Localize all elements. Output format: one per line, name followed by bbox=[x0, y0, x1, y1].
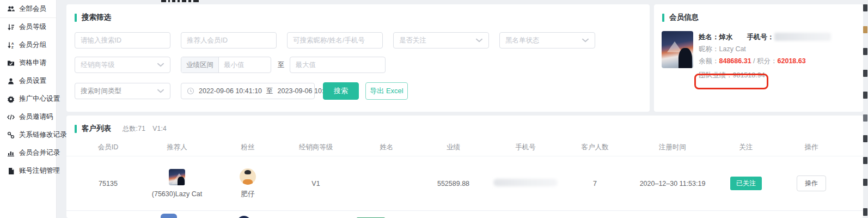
cell-customer-count: 7 bbox=[569, 180, 621, 187]
col-dealer-level: 经销商等级 bbox=[283, 143, 349, 152]
customer-list-card: 客户列表 总数:71 V1:4 会员ID 推荐人 粉丝 经销商等级 姓名 业绩 … bbox=[66, 116, 863, 218]
sidebar-item-account-cancellation[interactable]: 账号注销管理 bbox=[0, 162, 56, 180]
sidebar-item-label: 关系链修改记录 bbox=[19, 130, 67, 140]
sidebar-item-label: 账号注销管理 bbox=[19, 166, 60, 175]
member-balance: 848686.31 bbox=[719, 57, 751, 65]
sidebar-item-label: 会员设置 bbox=[19, 76, 46, 86]
cell-action: 操作 bbox=[768, 175, 855, 191]
code-icon bbox=[7, 113, 15, 121]
dealer-level-select[interactable]: 经销商等级 bbox=[75, 57, 170, 73]
link-icon bbox=[7, 131, 15, 139]
cell-performance: 552589.88 bbox=[425, 180, 482, 187]
chevron-down-icon bbox=[157, 61, 164, 69]
search-id-input[interactable] bbox=[75, 32, 170, 49]
member-info-card: 会员信息 姓名：焯水手机号： 昵称：Lazy Cat 余额：848686.31 … bbox=[654, 4, 863, 112]
sidebar-item-label: 全部会员 bbox=[19, 4, 46, 14]
referrer-id-input[interactable] bbox=[181, 32, 277, 49]
phone-blurred bbox=[493, 179, 558, 186]
sidebar-item-qualification[interactable]: 资格申请 bbox=[0, 54, 56, 72]
sidebar-item-invite-code[interactable]: 会员邀请码 bbox=[0, 108, 56, 126]
next-fan-avatar bbox=[237, 216, 251, 218]
customer-table: 会员ID 推荐人 粉丝 经销商等级 姓名 业绩 手机号 客户人数 注册时间 关注… bbox=[66, 139, 863, 211]
col-performance: 业绩 bbox=[425, 143, 482, 152]
folder-check-icon bbox=[7, 59, 15, 67]
sidebar: 全部会员 会员等级 AZ 会员分组 资格申请 会员设置 推广中心设置 会员邀请 bbox=[0, 0, 57, 218]
sidebar-item-label: 会员合并记录 bbox=[19, 148, 60, 158]
section-accent-bar bbox=[75, 14, 77, 22]
cropped-top-text bbox=[161, 0, 199, 2]
keyword-input[interactable] bbox=[287, 32, 383, 49]
member-section-title: 会员信息 bbox=[654, 4, 863, 22]
list-v1-count: V1:4 bbox=[152, 125, 167, 132]
action-button[interactable]: 操作 bbox=[797, 175, 826, 191]
performance-max-input[interactable] bbox=[290, 57, 386, 73]
sidebar-item-member-group[interactable]: AZ 会员分组 bbox=[0, 36, 56, 54]
col-phone: 手机号 bbox=[482, 143, 569, 152]
member-points: 62018.63 bbox=[778, 57, 806, 65]
partial-next-row bbox=[66, 213, 863, 218]
table-header-row: 会员ID 推荐人 粉丝 经销商等级 姓名 业绩 手机号 客户人数 注册时间 关注… bbox=[66, 139, 863, 156]
svg-text:A: A bbox=[11, 42, 14, 45]
clock-icon bbox=[187, 87, 194, 95]
sidebar-item-label: 会员分组 bbox=[19, 40, 46, 50]
col-member-id: 会员ID bbox=[75, 143, 142, 152]
gear-icon bbox=[7, 95, 15, 103]
col-referrer: 推荐人 bbox=[142, 143, 212, 152]
cell-phone bbox=[482, 179, 569, 188]
member-name: 焯水 bbox=[719, 33, 733, 41]
cell-dealer-level: V1 bbox=[283, 180, 349, 187]
sidebar-item-all-members[interactable]: 全部会员 bbox=[0, 0, 56, 18]
performance-range-group: 业绩区间 bbox=[181, 57, 271, 73]
follow-status-select[interactable]: 是否关注 bbox=[393, 32, 489, 49]
sidebar-item-label: 会员邀请码 bbox=[19, 112, 53, 122]
table-row: 75135 (75630)Lazy Cat 肥仔 V1 552589.88 7 … bbox=[66, 156, 863, 211]
performance-min-input[interactable] bbox=[219, 57, 266, 72]
date-to-label: 至 bbox=[266, 87, 273, 96]
sidebar-item-label: 资格申请 bbox=[19, 58, 46, 68]
sidebar-item-label: 推广中心设置 bbox=[19, 94, 60, 104]
member-avatar bbox=[662, 31, 693, 68]
export-excel-button[interactable]: 导出 Excel bbox=[365, 82, 408, 100]
time-type-select[interactable]: 搜索时间类型 bbox=[75, 83, 170, 99]
member-nickname: Lazy Cat bbox=[719, 45, 746, 53]
blacklist-status-select[interactable]: 黑名单状态 bbox=[499, 32, 595, 49]
cell-fan: 肥仔 bbox=[212, 168, 283, 199]
range-to-label: 至 bbox=[278, 60, 285, 70]
date-range-picker[interactable]: 2022-09-06 10:41:10 至 2023-09-06 10:41:1… bbox=[181, 83, 315, 99]
file-icon bbox=[7, 167, 15, 175]
member-balance-line: 余额：848686.31 / 积分：62018.63 bbox=[699, 55, 831, 67]
fan-name: 肥仔 bbox=[241, 190, 255, 199]
sidebar-item-label: 会员等级 bbox=[19, 22, 46, 32]
chevron-down-icon bbox=[475, 37, 483, 44]
referrer-avatar[interactable] bbox=[169, 169, 185, 185]
sidebar-item-relation-log[interactable]: 关系链修改记录 bbox=[0, 126, 56, 144]
chart-icon bbox=[7, 149, 15, 157]
date-start: 2022-09-06 10:41:10 bbox=[199, 87, 262, 95]
svg-text:Z: Z bbox=[11, 46, 14, 49]
col-follow: 关注 bbox=[724, 143, 768, 152]
cell-referrer: (75630)Lazy Cat bbox=[142, 169, 212, 198]
users-icon bbox=[7, 5, 15, 13]
member-team-line: 团队业绩：981518.94 bbox=[699, 67, 831, 81]
sidebar-item-merge-log[interactable]: 会员合并记录 bbox=[0, 144, 56, 162]
col-action: 操作 bbox=[768, 143, 855, 152]
followed-badge[interactable]: 已关注 bbox=[730, 177, 762, 190]
cell-registered-at: 2020–12–30 11:53:19 bbox=[621, 180, 724, 187]
member-team-performance: 981518.94 bbox=[733, 71, 765, 79]
chevron-down-icon bbox=[582, 37, 589, 44]
chevron-down-icon bbox=[157, 87, 164, 95]
member-title-text: 会员信息 bbox=[669, 13, 699, 22]
filter-section-title: 搜索筛选 bbox=[66, 4, 650, 22]
sidebar-item-promotion-settings[interactable]: 推广中心设置 bbox=[0, 90, 56, 108]
search-button[interactable]: 搜索 bbox=[323, 82, 359, 100]
sidebar-item-member-level[interactable]: 会员等级 bbox=[0, 18, 56, 36]
col-fan: 粉丝 bbox=[212, 143, 283, 152]
fan-avatar[interactable] bbox=[240, 168, 256, 185]
list-total-count: 总数:71 bbox=[123, 124, 145, 134]
col-customer-count: 客户人数 bbox=[569, 143, 621, 152]
sidebar-item-member-settings[interactable]: 会员设置 bbox=[0, 72, 56, 90]
section-accent-bar bbox=[662, 14, 664, 22]
search-filter-card: 搜索筛选 是否关注 黑名单状态 经销商等级 业绩区间 至 搜索时间类型 bbox=[66, 4, 650, 112]
list-section-title: 客户列表 总数:71 V1:4 bbox=[66, 116, 863, 134]
cell-follow: 已关注 bbox=[724, 177, 768, 190]
